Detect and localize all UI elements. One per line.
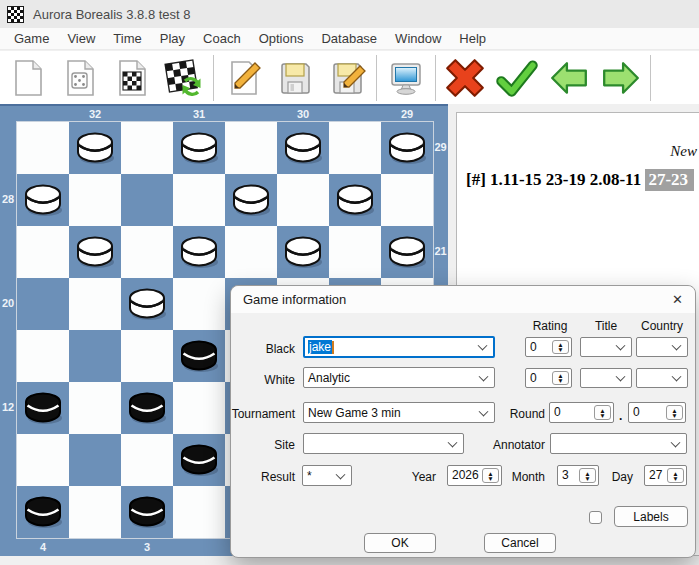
- edit-game-button[interactable]: [217, 54, 269, 102]
- board-square[interactable]: [17, 434, 69, 486]
- day-spinner[interactable]: 27 ▲▼: [644, 465, 687, 486]
- board-square[interactable]: [329, 226, 381, 278]
- spinner-buttons[interactable]: ▲▼: [594, 405, 611, 420]
- new-position-button[interactable]: [106, 54, 158, 102]
- black-player-combobox[interactable]: jake: [303, 336, 495, 358]
- white-country-combobox[interactable]: [636, 368, 688, 388]
- subround-spinner[interactable]: 0 ▲▼: [628, 402, 686, 423]
- save-game-as-button[interactable]: [321, 54, 373, 102]
- spinner-buttons[interactable]: ▲▼: [579, 468, 596, 483]
- white-piece[interactable]: [177, 130, 221, 166]
- white-piece[interactable]: [385, 234, 429, 270]
- spin-down-icon[interactable]: ▼: [557, 378, 563, 383]
- new-random-game-button[interactable]: [54, 54, 106, 102]
- spin-down-icon[interactable]: ▼: [672, 476, 678, 481]
- board-square[interactable]: [69, 278, 121, 330]
- new-document-button[interactable]: [2, 54, 54, 102]
- white-piece[interactable]: [73, 130, 117, 166]
- ok-button[interactable]: OK: [364, 533, 436, 553]
- menu-item-database[interactable]: Database: [312, 28, 386, 49]
- black-rating-spinner[interactable]: 0 ▲▼: [525, 337, 572, 357]
- spin-down-icon[interactable]: ▼: [557, 347, 563, 352]
- board-square[interactable]: [121, 330, 173, 382]
- menu-item-options[interactable]: Options: [250, 28, 313, 49]
- round-spinner[interactable]: 0 ▲▼: [549, 402, 614, 423]
- board-square[interactable]: [277, 174, 329, 226]
- board-square[interactable]: [173, 174, 225, 226]
- black-piece[interactable]: [125, 494, 169, 530]
- tournament-combobox[interactable]: New Game 3 min: [303, 402, 495, 423]
- board-on-monitor-button[interactable]: [380, 54, 432, 102]
- delete-button[interactable]: [439, 54, 491, 102]
- month-spinner[interactable]: 3 ▲▼: [557, 465, 599, 486]
- board-square[interactable]: [225, 122, 277, 174]
- chevron-down-icon[interactable]: [672, 341, 682, 351]
- chevron-down-icon[interactable]: [448, 437, 458, 447]
- menu-item-game[interactable]: Game: [5, 28, 58, 49]
- board-square[interactable]: [69, 382, 121, 434]
- board-square[interactable]: [17, 330, 69, 382]
- board-square[interactable]: [121, 122, 173, 174]
- white-piece[interactable]: [73, 234, 117, 270]
- spin-down-icon[interactable]: ▼: [584, 476, 590, 481]
- site-combobox[interactable]: [303, 433, 464, 454]
- board-square[interactable]: [69, 434, 121, 486]
- cancel-button[interactable]: Cancel: [484, 533, 556, 553]
- menu-item-help[interactable]: Help: [450, 28, 495, 49]
- board-square[interactable]: [17, 122, 69, 174]
- chevron-down-icon[interactable]: [479, 371, 489, 381]
- spin-down-icon[interactable]: ▼: [599, 413, 605, 418]
- menu-item-window[interactable]: Window: [386, 28, 450, 49]
- menu-item-play[interactable]: Play: [151, 28, 194, 49]
- spin-down-icon[interactable]: ▼: [671, 413, 677, 418]
- spinner-buttons[interactable]: ▲▼: [667, 468, 684, 483]
- back-button[interactable]: [543, 54, 595, 102]
- menu-item-time[interactable]: Time: [104, 28, 150, 49]
- save-game-button[interactable]: [269, 54, 321, 102]
- board-square[interactable]: [121, 226, 173, 278]
- accept-button[interactable]: [491, 54, 543, 102]
- board-square[interactable]: [173, 278, 225, 330]
- black-piece[interactable]: [21, 390, 65, 426]
- white-piece[interactable]: [177, 234, 221, 270]
- spinner-buttons[interactable]: ▲▼: [666, 405, 683, 420]
- board-square[interactable]: [121, 174, 173, 226]
- forward-button[interactable]: [595, 54, 647, 102]
- black-piece[interactable]: [177, 442, 221, 478]
- flip-board-button[interactable]: [158, 54, 210, 102]
- board-square[interactable]: [17, 278, 69, 330]
- menu-item-view[interactable]: View: [58, 28, 104, 49]
- white-piece[interactable]: [125, 286, 169, 322]
- year-spinner[interactable]: 2026 ▲▼: [447, 465, 502, 486]
- white-title-combobox[interactable]: [580, 368, 632, 388]
- white-piece[interactable]: [281, 130, 325, 166]
- chevron-down-icon[interactable]: [479, 406, 489, 416]
- black-country-combobox[interactable]: [636, 337, 688, 357]
- labels-button[interactable]: Labels: [614, 506, 688, 527]
- chevron-down-icon[interactable]: [616, 341, 626, 351]
- chevron-down-icon[interactable]: [672, 372, 682, 382]
- white-piece[interactable]: [333, 182, 377, 218]
- chevron-down-icon[interactable]: [478, 341, 488, 351]
- spinner-buttons[interactable]: ▲▼: [552, 340, 569, 354]
- white-player-combobox[interactable]: Analytic: [303, 367, 495, 388]
- white-piece[interactable]: [229, 182, 273, 218]
- board-square[interactable]: [121, 434, 173, 486]
- chevron-down-icon[interactable]: [616, 372, 626, 382]
- menu-item-coach[interactable]: Coach: [194, 28, 250, 49]
- board-square[interactable]: [173, 382, 225, 434]
- chevron-down-icon[interactable]: [336, 469, 346, 479]
- annotator-combobox[interactable]: [550, 433, 687, 454]
- white-piece[interactable]: [281, 234, 325, 270]
- current-move[interactable]: 27-23: [645, 169, 694, 191]
- moves-text[interactable]: [#] 1.11-15 23-19 2.08-11: [466, 170, 645, 189]
- board-square[interactable]: [69, 486, 121, 538]
- white-piece[interactable]: [385, 130, 429, 166]
- labels-checkbox[interactable]: [589, 511, 602, 524]
- chevron-down-icon[interactable]: [671, 437, 681, 447]
- board-square[interactable]: [69, 330, 121, 382]
- result-combobox[interactable]: *: [302, 465, 352, 486]
- white-rating-spinner[interactable]: 0 ▲▼: [525, 368, 572, 388]
- board-square[interactable]: [17, 226, 69, 278]
- spinner-buttons[interactable]: ▲▼: [552, 371, 569, 385]
